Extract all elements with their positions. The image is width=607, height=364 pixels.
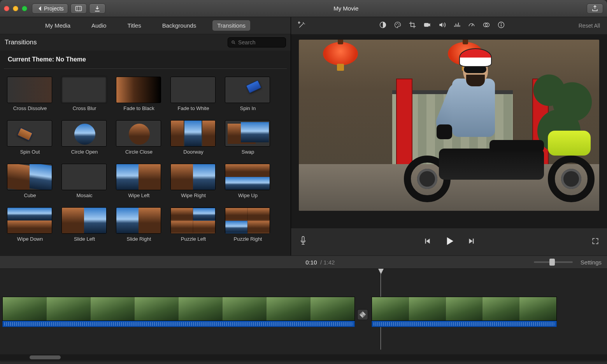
transition-cross-dissolve[interactable]: Cross Dissolve [7,77,53,115]
transition-fade-to-black[interactable]: Fade to Black [116,77,162,115]
svg-point-6 [396,24,397,24]
transition-wipe-left[interactable]: Wipe Left [116,164,162,202]
download-icon [93,5,101,12]
playhead-marker[interactable] [378,269,384,274]
transition-puzzle-right[interactable]: Puzzle Right [225,207,271,245]
clip-2[interactable] [372,297,557,327]
clip-filter-button[interactable] [482,21,490,30]
transition-doorway[interactable]: Doorway [170,120,216,158]
svg-point-8 [399,24,400,24]
expand-icon [591,237,599,245]
transition-wipe-up[interactable]: Wipe Up [225,164,271,202]
play-button[interactable] [444,235,455,248]
svg-line-10 [472,24,473,26]
viewer-toolbar: Reset All [291,17,607,34]
info-button[interactable] [497,21,505,30]
time-bar: 0:10 / 1:42 Settings [0,256,607,269]
transition-cube[interactable]: Cube [7,164,53,202]
camera-icon [423,21,431,29]
next-clip-button[interactable] [467,237,475,247]
noise-reduction-button[interactable] [453,21,461,30]
clip-1[interactable] [2,297,355,327]
transition-slide-right[interactable]: Slide Right [116,207,162,245]
speed-button[interactable] [468,21,475,30]
skip-back-icon [423,237,432,245]
color-correction-button[interactable] [394,21,402,30]
microphone-icon [299,236,307,247]
svg-rect-9 [425,23,429,26]
equalizer-icon [453,21,461,29]
transition-swap[interactable]: Swap [225,120,271,158]
titlebar: Projects My Movie [0,0,607,17]
fullscreen-window-button[interactable] [22,6,27,11]
window-title: My Movie [105,5,587,12]
svg-rect-18 [473,239,474,244]
svg-rect-0 [75,6,81,11]
crop-button[interactable] [409,21,416,30]
transport-bar [291,228,607,256]
time-readout: 0:10 / 1:42 [305,259,335,266]
zoom-slider[interactable] [534,261,573,263]
stabilization-button[interactable] [423,21,431,30]
search-field[interactable] [228,37,286,47]
fullscreen-button[interactable] [591,237,599,247]
transition-fade-to-white[interactable]: Fade to White [170,77,216,115]
browser-tabs: My Media Audio Titles Backgrounds Transi… [0,17,291,34]
transition-cross-blur[interactable]: Cross Blur [61,77,107,115]
search-input[interactable] [238,39,282,46]
svg-rect-16 [302,236,304,242]
svg-point-3 [232,41,234,43]
tab-titles[interactable]: Titles [123,20,146,31]
tab-my-media[interactable]: My Media [40,20,75,31]
transition-spin-out[interactable]: Spin Out [7,120,53,158]
prev-clip-button[interactable] [423,237,432,247]
transition-slide-left[interactable]: Slide Left [61,207,107,245]
transition-circle-open[interactable]: Circle Open [61,120,107,158]
viewer-panel: Reset All [291,17,607,256]
transition-mosaic[interactable]: Mosaic [61,164,107,202]
share-button[interactable] [587,4,603,14]
transition-circle-close[interactable]: Circle Close [116,120,162,158]
svg-rect-17 [425,239,426,244]
filmstrip-icon [75,5,82,12]
scrollbar-thumb[interactable] [30,355,61,359]
minimize-window-button[interactable] [13,6,18,11]
transition-spin-in[interactable]: Spin In [225,77,271,115]
transitions-grid: Cross Dissolve Cross Blur Fade to Black … [0,73,291,249]
browser-header: Transitions [0,34,291,51]
share-icon [591,5,599,12]
preview-area [291,34,607,228]
window-controls [4,6,27,11]
tab-backgrounds[interactable]: Backgrounds [158,20,201,31]
preview-frame[interactable] [299,40,599,211]
library-toggle-button[interactable] [70,4,87,14]
transition-puzzle-left[interactable]: Puzzle Left [170,207,216,245]
reset-all-button[interactable]: Reset All [579,23,600,29]
timeline-settings-button[interactable]: Settings [581,259,602,266]
tab-audio[interactable]: Audio [87,20,111,31]
transition-marker[interactable] [357,309,368,320]
volume-button[interactable] [438,21,446,30]
transition-wipe-right[interactable]: Wipe Right [170,164,216,202]
close-window-button[interactable] [4,6,9,11]
contrast-icon [379,21,387,29]
theme-label: Current Theme: No Theme [0,51,291,67]
voiceover-button[interactable] [299,236,307,248]
svg-line-4 [234,43,235,44]
play-icon [444,235,455,247]
zoom-handle[interactable] [549,259,555,266]
crop-icon [409,21,416,29]
timeline[interactable] [0,269,607,362]
skip-forward-icon [467,237,475,245]
svg-point-7 [397,23,398,24]
projects-back-button[interactable]: Projects [32,4,68,14]
magic-wand-icon [298,21,306,29]
transition-wipe-down[interactable]: Wipe Down [7,207,53,245]
browser-panel: My Media Audio Titles Backgrounds Transi… [0,17,291,256]
color-balance-button[interactable] [379,21,387,30]
enhance-button[interactable] [298,21,306,30]
import-button[interactable] [89,4,105,14]
projects-label: Projects [44,5,64,12]
tab-transitions[interactable]: Transitions [212,20,250,31]
horizontal-scrollbar[interactable] [0,354,607,360]
